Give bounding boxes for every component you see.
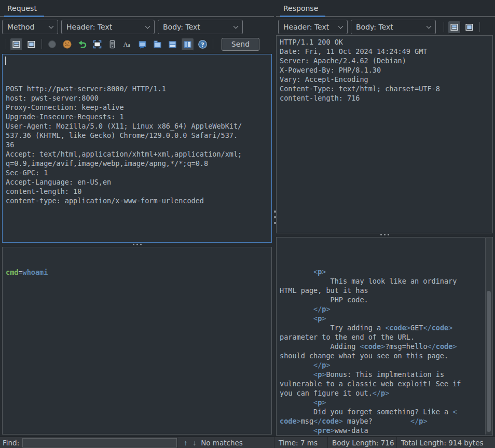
- fit-content-icon[interactable]: [91, 38, 104, 51]
- splitter-grip-dot: [388, 234, 389, 235]
- code-line: PHP code.: [280, 295, 484, 304]
- code-line: host: pwst-server:8000: [6, 93, 270, 103]
- text-caret: [5, 57, 6, 65]
- help-icon[interactable]: ?: [196, 38, 209, 51]
- request-panel: Request Method Header: Text Body: Text A…: [0, 0, 274, 437]
- code-line: <pre>www-data: [280, 426, 484, 435]
- statusbar-divider: [177, 437, 177, 448]
- request-horizontal-splitter[interactable]: [2, 242, 272, 247]
- cookies-icon[interactable]: [61, 38, 74, 51]
- response-panel: Response Header: Text Body: Text HTTP/1.…: [276, 0, 495, 437]
- arrow-down-icon: ↓: [192, 439, 196, 447]
- code-line: Accept-Language: en-US,en: [6, 177, 270, 187]
- layout-full-icon[interactable]: [463, 21, 476, 34]
- code-line: vulnerable to a classic web exploit! See…: [280, 379, 484, 388]
- chevron-down-icon: [338, 24, 343, 29]
- code-line: Adding <code>?msg=hello</code>: [280, 342, 484, 351]
- response-tab[interactable]: Response: [280, 1, 325, 16]
- manual-request-editor-window: Request Method Header: Text Body: Text A…: [0, 0, 495, 448]
- request-toolbar-icons: Aa?: [3, 38, 216, 51]
- code-line: content-length: 10: [6, 187, 270, 196]
- layout-split-icon[interactable]: [10, 38, 23, 51]
- code-line: <p>: [280, 314, 484, 323]
- code-line: HTML page, but it has: [280, 286, 484, 295]
- find-next-button[interactable]: ↓: [192, 439, 196, 447]
- splitter-grip-dot: [384, 234, 386, 235]
- code-line: <p>Bonus: This implmentation is: [280, 370, 484, 379]
- code-line: </p>: [280, 360, 484, 370]
- method-dropdown[interactable]: Method: [2, 20, 58, 34]
- chevron-down-icon: [49, 24, 54, 29]
- splitter-grip-dot: [133, 244, 134, 245]
- response-body-view-label: Body: Text: [356, 23, 393, 31]
- response-header-view-label: Header: Text: [283, 23, 329, 31]
- splitter-grip-dot: [140, 244, 142, 245]
- response-view-controls: Header: Text Body: Text: [278, 20, 495, 34]
- toolbar-separator: [42, 39, 42, 49]
- split-horizontal-view-icon[interactable]: [166, 38, 179, 51]
- request-body-view-dropdown[interactable]: Body: Text: [158, 20, 243, 34]
- toolbar-separator: [479, 22, 480, 32]
- code-line: </pre> </body>: [280, 435, 484, 436]
- code-line: 537.36 (KHTML, like Gecko) Chrome/129.0.…: [6, 131, 270, 140]
- chevron-down-icon: [145, 24, 150, 29]
- send-button[interactable]: Send: [222, 38, 259, 51]
- response-body-editor[interactable]: <p> This may look like an ordinaryHTML p…: [276, 237, 493, 436]
- code-line: parameter to the end of the URL.: [280, 332, 484, 342]
- redirects-icon[interactable]: [76, 38, 89, 51]
- layout-split-icon[interactable]: [448, 21, 461, 34]
- code-line: User-Agent: Mozilla/5.0 (X11; Linux x86_…: [6, 121, 270, 131]
- scrollbar-thumb[interactable]: [487, 291, 491, 432]
- request-header-view-dropdown[interactable]: Header: Text: [61, 20, 155, 34]
- splitter-grip-dot: [380, 234, 382, 235]
- record-icon[interactable]: [46, 38, 59, 51]
- request-body-editor[interactable]: cmd=whoami: [2, 247, 272, 435]
- status-bar: Find: ↑ ↓ No matches Time: 7 ms Body Len…: [0, 437, 495, 448]
- code-line: Accept: text/html,application/xhtml+xml,…: [6, 149, 270, 159]
- body-length-metric: Body Length: 716: [328, 439, 396, 447]
- code-line: Date: Fri, 11 Oct 2024 14:24:49 GMT: [280, 47, 491, 56]
- response-horizontal-splitter[interactable]: [276, 232, 493, 237]
- code-line: Proxy-Connection: keep-alive: [6, 103, 270, 112]
- request-body-view-label: Body: Text: [163, 23, 200, 31]
- font-size-icon[interactable]: Aa: [121, 38, 134, 51]
- popout-view-icon[interactable]: [136, 38, 149, 51]
- code-line: </p>: [280, 304, 484, 314]
- request-header-editor[interactable]: POST http://pwst-server:8000/ HTTP/1.1ho…: [2, 54, 272, 243]
- code-line: 36: [6, 140, 270, 149]
- code-line: code>msg</code> maybe? </p>: [280, 416, 484, 426]
- svg-text:?: ?: [201, 41, 204, 48]
- chevron-down-icon: [427, 24, 432, 29]
- find-previous-button[interactable]: ↑: [184, 439, 187, 447]
- request-tabbar: Request: [0, 0, 274, 17]
- request-toolbar: Aa? Send: [1, 37, 274, 51]
- code-line: you can figure it out.</p>: [280, 388, 484, 398]
- code-line: Sec-GPC: 1: [6, 168, 270, 177]
- code-line: q=0.9,image/avif,image/webp,image/apng,*…: [6, 159, 270, 168]
- request-header-view-label: Header: Text: [66, 23, 112, 31]
- code-line: This may look like an ordinary: [280, 276, 484, 286]
- code-line: should change what you see on this page.: [280, 351, 484, 360]
- code-line: Upgrade-Insecure-Requests: 1: [6, 112, 270, 121]
- response-layout-icons: [441, 21, 483, 34]
- code-line: <p>: [280, 267, 484, 276]
- find-input[interactable]: [22, 438, 177, 447]
- layout-full-icon[interactable]: [25, 38, 38, 51]
- request-body-line: cmd=whoami: [6, 268, 270, 277]
- response-body-view-dropdown[interactable]: Body: Text: [351, 20, 436, 34]
- toolbar-separator: [444, 22, 444, 32]
- code-line: POST http://pwst-server:8000/ HTTP/1.1: [6, 84, 270, 93]
- chevron-down-icon: [233, 24, 239, 29]
- response-body-scrollbar[interactable]: [485, 238, 492, 435]
- response-metrics: Time: 7 ms Body Length: 716 Total Length…: [274, 437, 495, 448]
- code-line: <p>: [280, 398, 484, 407]
- response-header-view-dropdown[interactable]: Header: Text: [278, 20, 348, 34]
- response-header-editor[interactable]: HTTP/1.1 200 OKDate: Fri, 11 Oct 2024 14…: [276, 35, 493, 233]
- request-tab[interactable]: Request: [4, 1, 44, 16]
- code-line: Vary: Accept-Encoding: [280, 75, 491, 84]
- tab-view-icon[interactable]: [151, 38, 164, 51]
- server-icon[interactable]: [106, 38, 119, 51]
- split-vertical-view-icon[interactable]: [181, 38, 194, 51]
- code-line: Did you forget something? Like a <: [280, 407, 484, 416]
- toolbar-separator: [213, 39, 213, 49]
